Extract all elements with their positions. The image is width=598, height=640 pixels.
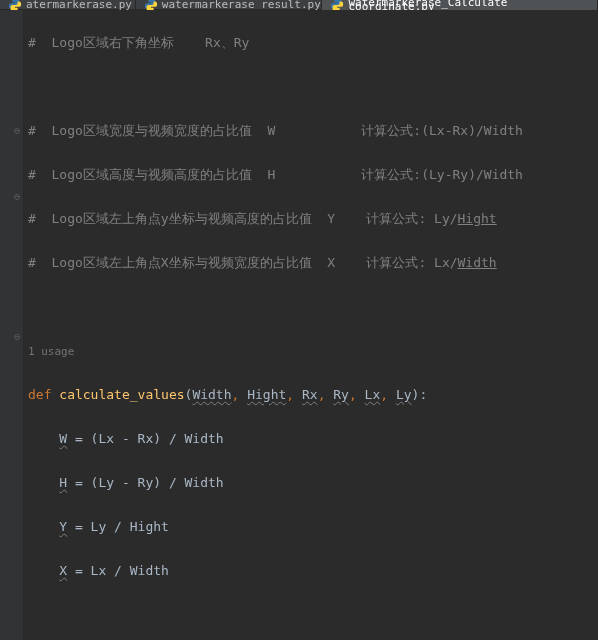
- keyword-def: def: [28, 387, 59, 402]
- param: Ry: [333, 387, 349, 402]
- comment: # Logo区域左上角点y坐标与视频高度的占比值 Y 计算公式: Ly/: [28, 211, 458, 226]
- gutter[interactable]: ⊖ ⊖ ⊖: [0, 10, 24, 640]
- comment: # Logo区域右下角坐标 Rx、Ry: [28, 35, 249, 50]
- expr: = Ly / Hight: [67, 519, 169, 534]
- local-var: H: [59, 475, 67, 490]
- param: Lx: [365, 387, 381, 402]
- tab-watermarkerase-calculate[interactable]: watermarkerase_Calculate coordinate.py: [322, 0, 598, 10]
- local-var: Y: [59, 519, 67, 534]
- param: Hight: [247, 387, 286, 402]
- usage-hint[interactable]: 1 usage: [28, 345, 74, 358]
- comment: # Logo区域左上角点X坐标与视频宽度的占比值 X 计算公式: Lx/: [28, 255, 458, 270]
- code-area[interactable]: # Logo区域右下角坐标 Rx、Ry # Logo区域宽度与视频宽度的占比值 …: [24, 10, 598, 640]
- local-var: X: [59, 563, 67, 578]
- function-name: calculate_values: [59, 387, 184, 402]
- tab-watermarkerase-result[interactable]: watermarkerase_result.py: [136, 0, 323, 10]
- param: Rx: [302, 387, 318, 402]
- local-var: W: [59, 431, 67, 446]
- python-file-icon: [8, 0, 22, 10]
- fold-end-icon[interactable]: ⊖: [14, 326, 20, 348]
- python-file-icon: [144, 0, 158, 10]
- comment-link: Width: [458, 255, 497, 270]
- comment-link: Hight: [458, 211, 497, 226]
- param: Ly: [396, 387, 412, 402]
- fold-icon[interactable]: ⊖: [14, 120, 20, 142]
- comment: # Logo区域宽度与视频宽度的占比值 W 计算公式:(Lx-Rx)/Width: [28, 123, 523, 138]
- comment: # Logo区域高度与视频高度的占比值 H 计算公式:(Ly-Ry)/Width: [28, 167, 523, 182]
- tab-label: watermarkerase_result.py: [162, 3, 321, 7]
- tab-label: watermarkerase_Calculate coordinate.py: [348, 1, 589, 9]
- fold-icon[interactable]: ⊖: [14, 186, 20, 208]
- tab-label: atermarkerase.py: [26, 3, 132, 7]
- expr: = (Lx - Rx) / Width: [67, 431, 224, 446]
- editor-area: ⊖ ⊖ ⊖ # Logo区域右下角坐标 Rx、Ry # Logo区域宽度与视频宽…: [0, 10, 598, 640]
- editor-tabs: atermarkerase.py watermarkerase_result.p…: [0, 0, 598, 10]
- param: Width: [192, 387, 231, 402]
- tab-watermarkerase[interactable]: atermarkerase.py: [0, 0, 136, 10]
- expr: = Lx / Width: [67, 563, 169, 578]
- python-file-icon: [330, 0, 344, 10]
- expr: = (Ly - Ry) / Width: [67, 475, 224, 490]
